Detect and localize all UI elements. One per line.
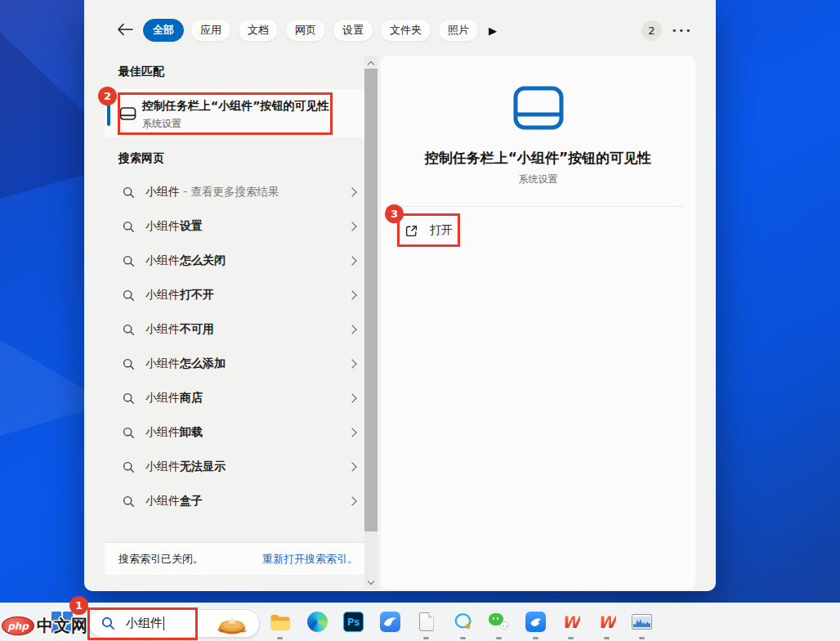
filter-tabs-row: 全部 应用 文档 网页 设置 文件夹 照片 ▶ [143,19,497,42]
search-index-footer: 搜索索引已关闭。 重新打开搜索索引。 [105,542,367,575]
suggestion-text: 小组件无法显示 [145,459,226,474]
filter-tab[interactable]: 设置 [333,19,373,42]
search-icon [123,495,135,508]
annotation-rect-search [87,607,198,640]
running-indicator [423,637,429,639]
php-logo: php [2,616,34,635]
back-arrow-icon[interactable] [117,23,133,36]
chevron-right-icon [347,187,356,196]
scroll-down-arrow-icon[interactable] [368,579,374,585]
chevron-right-icon [347,256,356,265]
suggestion-text: 小组件怎么关闭 [145,253,226,268]
search-icon [123,392,135,405]
suggestion-text: 小组件盒子 [145,494,203,509]
desktop-screen: 全部 应用 文档 网页 设置 文件夹 照片 ▶ 2 ••• [0,0,840,641]
running-indicator [496,637,502,639]
chevron-right-icon [347,462,356,471]
photoshop-icon[interactable]: Ps [342,611,364,633]
filter-tab-label: 文档 [248,23,269,38]
watermark-text: 中文网 [37,615,88,637]
web-suggestion-row[interactable]: 小组件盒子 [105,484,367,518]
detail-subtitle: 系统设置 [381,173,695,186]
search-icon [123,186,135,199]
filter-tab-label: 文件夹 [390,23,422,38]
dingtalk-icon[interactable] [525,611,547,633]
running-indicator [639,637,645,639]
annotation-step-3: 3 [385,204,404,223]
filter-tab-label: 网页 [295,23,316,38]
php-cn-watermark: php 中文网 [2,615,88,637]
search-icon [123,255,135,267]
widget-settings-icon-large [512,85,565,131]
search-icon [123,324,135,336]
chevron-right-icon [347,290,356,299]
search-highlight-pie-icon[interactable] [215,613,249,635]
annotation-rect-best-match [118,92,333,135]
suggestion-text: 小组件商店 [145,391,203,406]
web-suggestion-row[interactable]: 小组件商店 [105,381,367,415]
index-status-text: 搜索索引已关闭。 [118,552,203,567]
wps-label: W [561,612,579,632]
search-flyout-panel: 全部 应用 文档 网页 设置 文件夹 照片 ▶ 2 ••• [84,0,716,591]
running-indicator [533,637,538,639]
more-menu-icon[interactable]: ••• [672,25,692,36]
qq-icon[interactable] [452,611,474,633]
suggestion-text: 小组件 - 查看更多搜索结果 [145,185,279,199]
annotation-step-1: 1 [69,596,88,615]
wps-label: W [597,612,615,632]
search-icon [123,427,135,439]
file-explorer-icon[interactable] [269,611,291,633]
web-suggestion-row[interactable]: 小组件 - 查看更多搜索结果 [105,175,367,209]
search-icon [123,358,135,370]
running-indicator [460,637,466,639]
filter-tab[interactable]: 全部 [143,19,184,42]
edge-browser-icon[interactable] [306,611,328,633]
web-suggestion-row[interactable]: 小组件打不开 [105,278,367,312]
notepad-document-icon[interactable] [415,611,437,633]
notification-badge[interactable]: 2 [641,20,662,41]
filter-tab-label: 应用 [200,23,221,38]
running-indicator [604,637,610,639]
filter-tab-label: 照片 [448,23,469,38]
annotation-step-2: 2 [98,87,117,105]
web-suggestion-row[interactable]: 小组件怎么添加 [105,347,367,381]
search-icon [123,289,135,302]
search-icon [123,221,135,233]
suggestion-text: 小组件卸载 [145,425,203,440]
best-match-header: 最佳匹配 [118,65,164,79]
filter-tab[interactable]: 应用 [190,19,231,42]
filter-tab[interactable]: 照片 [438,19,479,42]
filter-tab[interactable]: 文件夹 [380,19,431,42]
filter-tab[interactable]: 文档 [238,19,279,42]
filter-tabs: 全部 应用 文档 网页 设置 文件夹 照片 [143,19,479,42]
thunder-xunlei-icon[interactable] [379,611,401,633]
web-suggestion-row[interactable]: 小组件卸载 [105,415,367,450]
web-suggestion-row[interactable]: 小组件设置 [105,209,367,244]
annotation-rect-open [397,213,460,247]
filter-tab[interactable]: 网页 [285,19,326,42]
running-indicator [568,637,574,639]
wechat-icon[interactable] [488,611,510,633]
running-indicator [277,637,283,639]
web-suggestion-row[interactable]: 小组件不可用 [105,312,367,347]
suggestion-text: 小组件打不开 [145,288,214,303]
chevron-right-icon [347,222,356,231]
task-manager-icon[interactable] [631,611,653,633]
scrollbar-thumb[interactable] [364,69,378,531]
web-suggestion-row[interactable]: 小组件怎么关闭 [105,244,367,278]
filter-tab-label: 全部 [153,23,174,38]
results-scrollbar[interactable] [364,56,378,589]
chevron-right-icon [347,359,356,368]
wps-office-icon[interactable]: W [596,611,618,633]
suggestion-text: 小组件设置 [145,219,203,234]
web-suggestion-row[interactable]: 小组件无法显示 [105,450,367,484]
filter-tab-label: 设置 [342,23,364,38]
reopen-index-link[interactable]: 重新打开搜索索引。 [262,552,358,567]
play-icon[interactable]: ▶ [489,25,497,37]
web-suggestion-list: 小组件 - 查看更多搜索结果 小组件设置 小组件怎么关闭 [105,175,367,518]
chevron-right-icon [347,428,356,437]
result-detail-card: 控制任务栏上“小组件”按钮的可见性 系统设置 打开 [381,56,695,589]
suggestion-text: 小组件怎么添加 [145,356,226,371]
scroll-up-arrow-icon[interactable] [368,60,374,66]
wps-office-icon[interactable]: W [560,611,582,633]
